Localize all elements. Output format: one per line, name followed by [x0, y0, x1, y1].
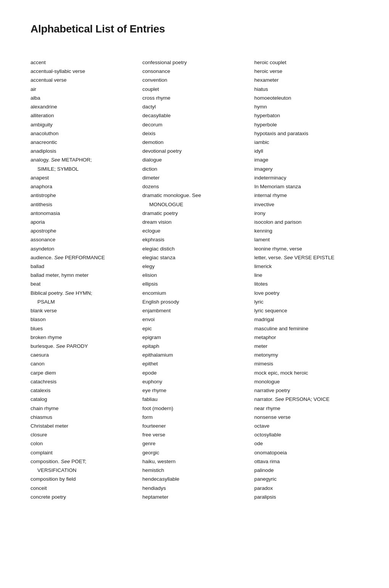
- list-item: Biblical poetry. See HYMN;: [31, 289, 135, 297]
- list-item: hymn: [254, 102, 358, 111]
- list-item: catalog: [31, 395, 135, 404]
- list-item: asyndeton: [31, 244, 135, 253]
- list-item: anacoluthon: [31, 129, 135, 138]
- list-item: free verse: [142, 430, 246, 439]
- list-item: narrator. See PERSONA; VOICE: [254, 395, 358, 404]
- list-item: encomium: [142, 289, 246, 297]
- list-item: epitaph: [142, 342, 246, 351]
- list-item: catalexis: [31, 386, 135, 395]
- list-item: eye rhyme: [142, 386, 246, 395]
- list-item: hyperbole: [254, 120, 358, 129]
- list-item: georgic: [142, 448, 246, 457]
- list-item: accentual-syllabic verse: [31, 67, 135, 76]
- list-item: kenning: [254, 226, 358, 235]
- list-item: indeterminacy: [254, 173, 358, 182]
- list-item: irony: [254, 209, 358, 218]
- list-item: alliteration: [31, 111, 135, 120]
- list-item: anapest: [31, 173, 135, 182]
- list-item: demotion: [142, 138, 246, 147]
- list-item: ekphrasis: [142, 235, 246, 244]
- list-item: genre: [142, 439, 246, 448]
- list-item: chiasmus: [31, 413, 135, 422]
- list-item: madrigal: [254, 315, 358, 324]
- list-item: idyll: [254, 147, 358, 155]
- list-item: foot (modern): [142, 404, 246, 413]
- list-item: hexameter: [254, 76, 358, 84]
- list-item: alba: [31, 94, 135, 102]
- list-item: iambic: [254, 138, 358, 147]
- list-item: decasyllable: [142, 111, 246, 120]
- list-item: ellipsis: [142, 279, 246, 288]
- list-item: metaphor: [254, 333, 358, 342]
- list-item: dactyl: [142, 102, 246, 111]
- column-col3: heroic coupletheroic versehexameterhiatu…: [254, 58, 358, 501]
- list-item: limerick: [254, 262, 358, 271]
- list-item: devotional poetry: [142, 147, 246, 155]
- list-item: mock epic, mock heroic: [254, 368, 358, 377]
- list-item: apostrophe: [31, 226, 135, 235]
- list-item: lyric sequence: [254, 306, 358, 315]
- list-item: antithesis: [31, 200, 135, 209]
- list-item: metonymy: [254, 351, 358, 359]
- list-item: nonsense verse: [254, 413, 358, 422]
- list-item: concrete poetry: [31, 493, 135, 501]
- list-item: anacreontic: [31, 138, 135, 147]
- list-item: dream vision: [142, 218, 246, 226]
- list-item: consonance: [142, 67, 246, 76]
- list-item: blues: [31, 324, 135, 333]
- list-item: chain rhyme: [31, 404, 135, 413]
- list-item: catachresis: [31, 377, 135, 386]
- list-item: heroic verse: [254, 67, 358, 76]
- list-item: composition by field: [31, 475, 135, 483]
- list-item: narrative poetry: [254, 386, 358, 395]
- list-item: elegiac stanza: [142, 253, 246, 262]
- list-item: MONOLOGUE: [142, 200, 246, 209]
- list-item: anadiplosis: [31, 147, 135, 155]
- list-item: eclogue: [142, 226, 246, 235]
- list-item: air: [31, 85, 135, 94]
- list-item: ode: [254, 439, 358, 448]
- list-item: near rhyme: [254, 404, 358, 413]
- list-item: fourteener: [142, 422, 246, 430]
- list-item: paradox: [254, 484, 358, 493]
- list-item: epithet: [142, 359, 246, 368]
- list-item: letter, verse. See VERSE EPISTLE: [254, 253, 358, 262]
- list-item: monologue: [254, 377, 358, 386]
- list-item: litotes: [254, 279, 358, 288]
- column-col1: accentaccentual-syllabic verseaccentual …: [31, 58, 142, 501]
- list-item: dramatic poetry: [142, 209, 246, 218]
- list-item: lament: [254, 235, 358, 244]
- list-item: line: [254, 271, 358, 279]
- list-item: epode: [142, 368, 246, 377]
- list-item: mimesis: [254, 359, 358, 368]
- list-item: In Memoriam stanza: [254, 182, 358, 191]
- list-item: homoeoteleuton: [254, 94, 358, 102]
- list-item: diction: [142, 165, 246, 173]
- list-item: ballad meter, hymn meter: [31, 271, 135, 279]
- list-item: epithalamium: [142, 351, 246, 359]
- list-item: Christabel meter: [31, 422, 135, 430]
- list-item: epigram: [142, 333, 246, 342]
- list-item: hendecasyllable: [142, 475, 246, 483]
- list-item: envoi: [142, 315, 246, 324]
- list-item: fabliau: [142, 395, 246, 404]
- list-item: panegyric: [254, 475, 358, 483]
- list-item: decorum: [142, 120, 246, 129]
- list-item: invective: [254, 200, 358, 209]
- list-item: assonance: [31, 235, 135, 244]
- list-item: dozens: [142, 182, 246, 191]
- list-item: octave: [254, 422, 358, 430]
- list-item: ambiguity: [31, 120, 135, 129]
- page-wrapper: Alphabetical List of Entries accentaccen…: [31, 23, 358, 588]
- list-item: elision: [142, 271, 246, 279]
- list-item: PSALM: [31, 297, 135, 306]
- list-item: masculine and feminine: [254, 324, 358, 333]
- list-item: burlesque. See PARODY: [31, 342, 135, 351]
- list-item: antonomasia: [31, 209, 135, 218]
- list-item: canon: [31, 359, 135, 368]
- list-item: conceit: [31, 484, 135, 493]
- list-item: elegiac distich: [142, 244, 246, 253]
- list-item: blason: [31, 315, 135, 324]
- list-item: imagery: [254, 165, 358, 173]
- list-item: euphony: [142, 377, 246, 386]
